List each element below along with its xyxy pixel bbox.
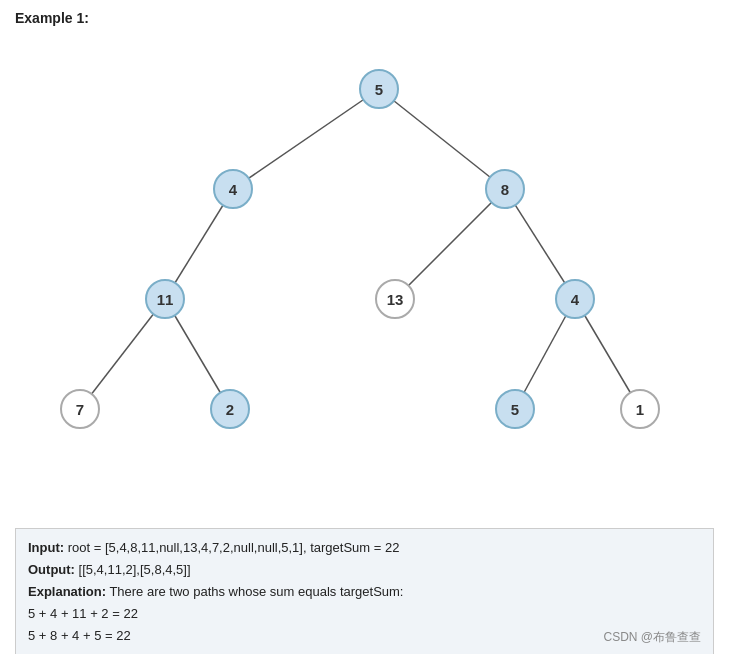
sum-line1: 5 + 4 + 11 + 2 = 22: [28, 603, 701, 625]
output-value: [[5,4,11,2],[5,8,4,5]]: [75, 562, 191, 577]
input-label: Input:: [28, 540, 64, 555]
tree-node-n4b: 4: [555, 279, 595, 319]
svg-line-0: [233, 89, 379, 189]
tree-node-n13: 13: [375, 279, 415, 319]
tree-node-n1: 1: [620, 389, 660, 429]
watermark: CSDN @布鲁查查: [603, 627, 701, 647]
svg-line-1: [379, 89, 505, 189]
tree-svg: [15, 34, 714, 524]
input-line: Input: root = [5,4,8,11,null,13,4,7,2,nu…: [28, 537, 701, 559]
sum-line2: 5 + 8 + 4 + 5 = 22: [28, 625, 701, 647]
explanation-line: Explanation: There are two paths whose s…: [28, 581, 701, 603]
output-label: Output:: [28, 562, 75, 577]
input-value: root = [5,4,8,11,null,13,4,7,2,null,null…: [64, 540, 399, 555]
info-box: Input: root = [5,4,8,11,null,13,4,7,2,nu…: [15, 528, 714, 654]
tree-node-n5: 5: [359, 69, 399, 109]
tree-node-n7: 7: [60, 389, 100, 429]
tree-area: 548111347251: [15, 34, 714, 524]
explanation-label: Explanation:: [28, 584, 106, 599]
explanation-value: There are two paths whose sum equals tar…: [106, 584, 403, 599]
example-label: Example 1:: [15, 10, 714, 26]
svg-line-5: [80, 299, 165, 409]
tree-node-n11: 11: [145, 279, 185, 319]
output-line: Output: [[5,4,11,2],[5,8,4,5]]: [28, 559, 701, 581]
svg-line-3: [395, 189, 505, 299]
tree-node-n4: 4: [213, 169, 253, 209]
main-container: Example 1: 548111347251 Input: root = [5…: [0, 0, 729, 654]
tree-node-n5b: 5: [495, 389, 535, 429]
tree-node-n2: 2: [210, 389, 250, 429]
tree-node-n8: 8: [485, 169, 525, 209]
